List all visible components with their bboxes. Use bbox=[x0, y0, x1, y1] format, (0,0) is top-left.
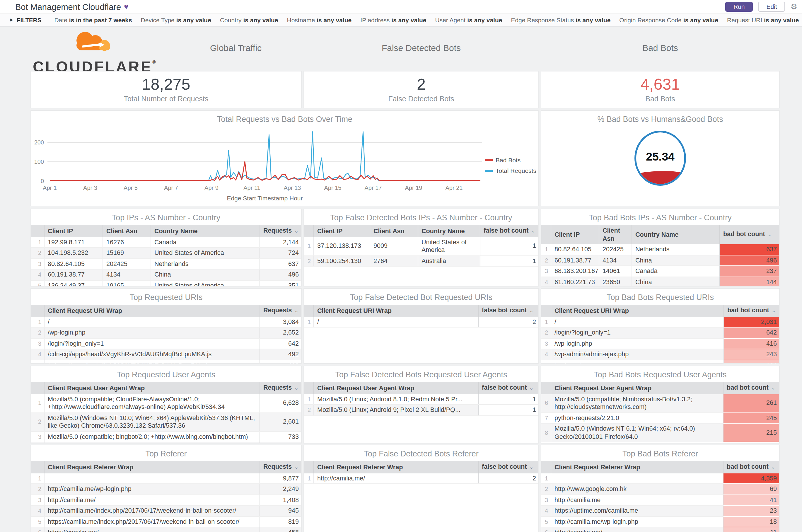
filter-item-country[interactable]: Countryis any value bbox=[220, 16, 278, 23]
kpi-value[interactable]: 18,275 bbox=[31, 76, 301, 94]
measure-cell[interactable]: 724 bbox=[260, 248, 302, 259]
column-header-requests[interactable]: Requests⌄ bbox=[260, 382, 302, 394]
measure-cell[interactable]: 1,408 bbox=[260, 494, 302, 505]
measure-cell[interactable]: 2,249 bbox=[260, 484, 302, 494]
column-header-country-name[interactable]: Country Name bbox=[418, 225, 480, 237]
measure-cell[interactable]: 243 bbox=[724, 349, 780, 360]
measure-cell[interactable]: 483 bbox=[260, 360, 302, 364]
measure-cell[interactable]: 2,031 bbox=[724, 317, 780, 327]
column-header-requests[interactable]: Requests⌄ bbox=[260, 305, 302, 317]
column-header-client-request-referer-wrap[interactable]: Client Request Referer Wrap bbox=[313, 461, 478, 473]
measure-cell[interactable]: 144 bbox=[720, 277, 780, 286]
edit-button[interactable]: Edit bbox=[758, 2, 785, 12]
measure-cell[interactable]: 1 bbox=[480, 255, 539, 266]
measure-cell[interactable]: 2,144 bbox=[260, 237, 302, 248]
filters-expand-icon[interactable]: ▶ bbox=[10, 18, 13, 22]
column-header-client-ip[interactable]: Client IP bbox=[551, 225, 599, 244]
filter-item-origin-response-code[interactable]: Origin Response Codeis any value bbox=[619, 16, 718, 23]
measure-cell[interactable]: 3,084 bbox=[260, 317, 302, 327]
measure-cell[interactable]: 945 bbox=[260, 505, 302, 516]
run-button[interactable]: Run bbox=[725, 2, 753, 12]
column-header-client-ip[interactable]: Client IP bbox=[313, 225, 370, 237]
measure-cell[interactable]: 733 bbox=[260, 431, 302, 442]
column-header-client-request-uri-wrap[interactable]: Client Request URI Wrap bbox=[44, 305, 260, 317]
measure-cell[interactable]: 41 bbox=[723, 494, 780, 505]
gear-icon[interactable]: ⚙ bbox=[790, 2, 797, 11]
table-card-top-requested-uris: Top Requested URIsClient Request URI Wra… bbox=[31, 288, 302, 364]
measure-cell[interactable]: 1 bbox=[478, 394, 539, 404]
measure-cell[interactable]: 237 bbox=[720, 266, 780, 277]
filter-item-date[interactable]: Dateis in the past 7 weeks bbox=[54, 16, 132, 23]
column-header-false-bot-count[interactable]: false bot count⌄ bbox=[478, 461, 539, 473]
legend-item-total-requests[interactable]: Total Requests bbox=[485, 167, 536, 174]
row-number-header bbox=[541, 305, 551, 317]
filters-label[interactable]: FILTERS bbox=[17, 17, 42, 23]
row-number: 3 bbox=[31, 494, 44, 505]
measure-cell[interactable]: 215 bbox=[723, 423, 780, 442]
measure-cell[interactable]: 23 bbox=[723, 505, 780, 516]
column-header-client-request-uri-wrap[interactable]: Client Request URI Wrap bbox=[313, 305, 478, 317]
measure-cell[interactable]: 2 bbox=[478, 317, 539, 327]
column-header-false-bot-count[interactable]: false bot count⌄ bbox=[478, 305, 539, 317]
column-header-false-bot-count[interactable]: false bot count⌄ bbox=[480, 225, 539, 237]
measure-cell[interactable]: 351 bbox=[260, 280, 302, 286]
filter-item-request-uri[interactable]: Request URIis any value bbox=[727, 16, 799, 23]
column-header-client-asn[interactable]: Client Asn bbox=[102, 225, 151, 237]
measure-cell[interactable]: 642 bbox=[260, 338, 302, 349]
column-header-bad-bot-count[interactable]: bad bot count⌄ bbox=[724, 305, 780, 317]
measure-cell[interactable]: 2 bbox=[478, 473, 539, 484]
column-header-client-request-user-agent-wrap[interactable]: Client Request User Agent Wrap bbox=[551, 382, 723, 394]
measure-cell[interactable]: 11 bbox=[723, 527, 780, 532]
measure-cell[interactable]: 819 bbox=[260, 516, 302, 527]
heart-icon: ♥ bbox=[124, 2, 128, 11]
dimension-cell: 37.120.138.173 bbox=[313, 237, 370, 255]
measure-cell[interactable]: 1 bbox=[480, 237, 539, 255]
measure-cell[interactable]: 642 bbox=[724, 327, 780, 338]
measure-cell[interactable]: 458 bbox=[260, 527, 302, 532]
column-header-client-request-uri-wrap[interactable]: Client Request URI Wrap bbox=[551, 305, 724, 317]
column-header-requests[interactable]: Requests⌄ bbox=[260, 225, 302, 237]
column-header-false-bot-count[interactable]: false bot count⌄ bbox=[478, 382, 539, 394]
column-header-client-request-user-agent-wrap[interactable]: Client Request User Agent Wrap bbox=[44, 382, 260, 394]
column-header-client-asn[interactable]: Client Asn bbox=[599, 225, 631, 244]
row-number: 1 bbox=[304, 394, 313, 404]
measure-cell[interactable]: 9,877 bbox=[260, 473, 302, 484]
column-header-country-name[interactable]: Country Name bbox=[631, 225, 720, 244]
filter-item-user-agent[interactable]: User Agentis any value bbox=[435, 16, 502, 23]
column-header-bad-bot-count[interactable]: bad bot count⌄ bbox=[720, 225, 780, 244]
filter-item-hostname[interactable]: Hostnameis any value bbox=[287, 16, 352, 23]
column-header-bad-bot-count[interactable]: bad bot count⌄ bbox=[723, 382, 780, 394]
measure-cell[interactable]: 496 bbox=[720, 255, 780, 266]
measure-cell[interactable]: 2,652 bbox=[260, 327, 302, 338]
column-header-client-request-referer-wrap[interactable]: Client Request Referer Wrap bbox=[44, 461, 260, 473]
measure-cell[interactable]: 4,359 bbox=[723, 473, 780, 484]
filter-item-device-type[interactable]: Device Typeis any value bbox=[141, 16, 211, 23]
table-row: 1http://camilia.me/2 bbox=[304, 473, 539, 484]
kpi-value[interactable]: 2 bbox=[304, 76, 538, 94]
measure-cell[interactable]: 124 bbox=[724, 360, 780, 364]
column-header-requests[interactable]: Requests⌄ bbox=[260, 461, 302, 473]
measure-cell[interactable]: 6,628 bbox=[260, 394, 302, 413]
filter-item-ip-address[interactable]: IP addressis any value bbox=[360, 16, 426, 23]
column-header-country-name[interactable]: Country Name bbox=[151, 225, 260, 237]
measure-cell[interactable]: 637 bbox=[720, 244, 780, 255]
measure-cell[interactable]: 492 bbox=[260, 349, 302, 360]
measure-cell[interactable]: 416 bbox=[724, 338, 780, 349]
column-header-client-request-referer-wrap[interactable]: Client Request Referer Wrap bbox=[551, 461, 723, 473]
legend-item-bad-bots[interactable]: Bad Bots bbox=[485, 156, 536, 164]
filter-item-edge-response-status[interactable]: Edge Response Statusis any value bbox=[511, 16, 610, 23]
column-header-client-ip[interactable]: Client IP bbox=[44, 225, 102, 237]
measure-cell[interactable]: 69 bbox=[723, 484, 780, 494]
measure-cell[interactable]: 245 bbox=[723, 413, 780, 423]
measure-cell[interactable]: 261 bbox=[723, 394, 780, 413]
measure-cell[interactable]: 496 bbox=[260, 269, 302, 280]
measure-cell[interactable]: 2,601 bbox=[260, 413, 302, 431]
column-header-client-request-user-agent-wrap[interactable]: Client Request User Agent Wrap bbox=[313, 382, 478, 394]
measure-cell[interactable]: 1 bbox=[478, 404, 539, 415]
measure-cell[interactable]: 18 bbox=[723, 516, 780, 527]
column-header-client-asn[interactable]: Client Asn bbox=[370, 225, 418, 237]
measure-cell[interactable]: 637 bbox=[260, 259, 302, 269]
kpi-value[interactable]: 4,631 bbox=[541, 76, 779, 94]
column-header-bad-bot-count[interactable]: bad bot count⌄ bbox=[723, 461, 780, 473]
measure-cell[interactable]: 681 bbox=[260, 442, 302, 443]
